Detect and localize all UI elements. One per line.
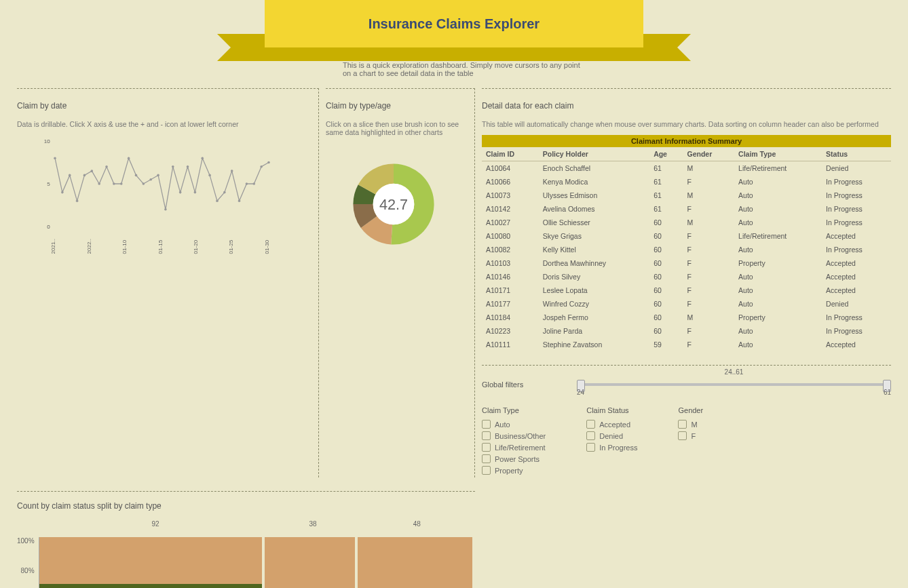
table-cell: M	[683, 311, 734, 324]
table-cell: Ulysses Edmison	[539, 189, 649, 202]
line-point[interactable]	[246, 182, 248, 185]
checkbox-label: M	[691, 420, 697, 429]
bar-column[interactable]	[358, 537, 475, 588]
line-point[interactable]	[128, 157, 130, 159]
line-point[interactable]	[157, 174, 159, 177]
line-point[interactable]	[120, 182, 123, 185]
donut-chart[interactable]: 42.7	[349, 160, 438, 248]
checkbox-claim-type[interactable]: Power Sports	[482, 454, 546, 463]
slider-min-label: 24	[577, 389, 584, 396]
line-point[interactable]	[143, 182, 145, 185]
table-row[interactable]: A10027Ollie Schiesser60MAutoIn Progress	[482, 216, 891, 229]
line-point[interactable]	[76, 199, 79, 202]
bar-segment[interactable]	[358, 537, 472, 588]
bar-column[interactable]	[265, 537, 358, 588]
line-point[interactable]	[69, 174, 71, 177]
line-point[interactable]	[149, 178, 152, 181]
line-point[interactable]	[91, 170, 94, 172]
checkbox-claim-status[interactable]: Denied	[586, 431, 637, 440]
bar-total-label: 48	[359, 520, 475, 528]
table-row[interactable]: A10066Kenya Modica61FAutoIn Progress	[482, 175, 891, 189]
line-point[interactable]	[216, 199, 219, 202]
line-point[interactable]	[201, 157, 204, 159]
table-cell: 60	[649, 297, 683, 311]
bar-segment[interactable]	[39, 537, 262, 584]
checkbox-gender[interactable]: M	[678, 420, 703, 429]
table-cell: 60	[649, 283, 683, 297]
line-point[interactable]	[187, 165, 189, 168]
line-point[interactable]	[194, 191, 197, 194]
checkbox-gender[interactable]: F	[678, 431, 703, 440]
line-point[interactable]	[267, 161, 270, 164]
checkbox-icon	[586, 420, 595, 429]
stacked-bar-chart[interactable]	[39, 537, 475, 588]
table-row[interactable]: A10080Skye Grigas60FLife/RetirementAccep…	[482, 229, 891, 243]
table-row[interactable]: A10223Joline Parda60FAutoIn Progress	[482, 324, 891, 338]
table-row[interactable]: A10103Dorthea Mawhinney60FPropertyAccept…	[482, 256, 891, 270]
table-cell: In Progress	[822, 243, 891, 256]
line-point[interactable]	[208, 174, 211, 177]
table-header[interactable]: Claim Type	[734, 147, 822, 161]
line-point[interactable]	[260, 165, 263, 168]
checkbox-icon	[586, 443, 595, 452]
line-point[interactable]	[83, 174, 86, 177]
table-header[interactable]: Gender	[683, 147, 734, 161]
age-range-slider[interactable]: 24..61 24 61	[577, 375, 891, 394]
table-cell: M	[683, 216, 734, 229]
table-header[interactable]: Age	[649, 147, 683, 161]
table-cell: Auto	[734, 270, 822, 283]
donut-center-value: 42.7	[379, 196, 407, 213]
table-cell: F	[683, 243, 734, 256]
line-chart[interactable]: 05102021..2022..01-1001-1501-2001-2501-3…	[17, 135, 288, 257]
checkbox-label: Life/Retirement	[495, 444, 546, 452]
line-point[interactable]	[98, 182, 100, 185]
line-point[interactable]	[223, 191, 226, 194]
table-cell: Auto	[734, 189, 822, 202]
svg-text:0: 0	[47, 224, 50, 230]
table-cell: In Progress	[822, 189, 891, 202]
panel-title: Claim by date	[17, 101, 305, 111]
table-row[interactable]: A10111Stephine Zavatson59FAutoAccepted	[482, 338, 891, 351]
checkbox-claim-status[interactable]: In Progress	[586, 443, 637, 452]
bar-segment[interactable]	[39, 584, 262, 588]
table-header[interactable]: Claim ID	[482, 147, 539, 161]
line-point[interactable]	[179, 191, 182, 194]
table-row[interactable]: A10064Enoch Schaffel61MLife/RetirementDe…	[482, 161, 891, 176]
slider-max-label: 61	[884, 389, 891, 396]
table-cell: 59	[649, 338, 683, 351]
bar-segment[interactable]	[265, 537, 355, 588]
line-point[interactable]	[252, 182, 255, 185]
checkbox-claim-type[interactable]: Business/Other	[482, 431, 546, 440]
table-header[interactable]: Status	[822, 147, 891, 161]
line-point[interactable]	[113, 182, 115, 185]
line-point[interactable]	[164, 208, 167, 211]
table-cell: Denied	[822, 161, 891, 176]
line-point[interactable]	[238, 199, 241, 202]
table-row[interactable]: A10073Ulysses Edmison61MAutoIn Progress	[482, 189, 891, 202]
table-row[interactable]: A10082Kelly Kittel60FAutoIn Progress	[482, 243, 891, 256]
checkbox-claim-status[interactable]: Accepted	[586, 420, 637, 429]
line-point[interactable]	[105, 165, 108, 168]
table-cell: M	[683, 189, 734, 202]
table-header[interactable]: Policy Holder	[539, 147, 649, 161]
line-point[interactable]	[54, 157, 56, 159]
svg-text:01-30: 01-30	[264, 239, 270, 254]
table-cell: Accepted	[822, 338, 891, 351]
panel-title: Detail data for each claim	[482, 101, 891, 111]
checkbox-claim-type[interactable]: Auto	[482, 420, 546, 429]
table-row[interactable]: A10177Winfred Cozzy60FAutoDenied	[482, 297, 891, 311]
line-point[interactable]	[231, 170, 233, 172]
checkbox-claim-type[interactable]: Life/Retirement	[482, 443, 546, 452]
bar-column[interactable]	[39, 537, 265, 588]
table-cell: Property	[734, 311, 822, 324]
table-row[interactable]: A10171Leslee Lopata60FAutoAccepted	[482, 283, 891, 297]
table-row[interactable]: A10146Doris Silvey60FAutoAccepted	[482, 270, 891, 283]
checkbox-claim-type[interactable]: Property	[482, 466, 546, 475]
table-row[interactable]: A10142Avelina Odomes61FAutoIn Progress	[482, 202, 891, 216]
line-point[interactable]	[172, 165, 174, 168]
line-point[interactable]	[135, 174, 138, 177]
table-cell: Kenya Modica	[539, 175, 649, 189]
line-point[interactable]	[61, 191, 64, 194]
table-row[interactable]: A10184Jospeh Fermo60MPropertyIn Progress	[482, 311, 891, 324]
panel-detail-table: Detail data for each claim This table wi…	[482, 88, 891, 477]
